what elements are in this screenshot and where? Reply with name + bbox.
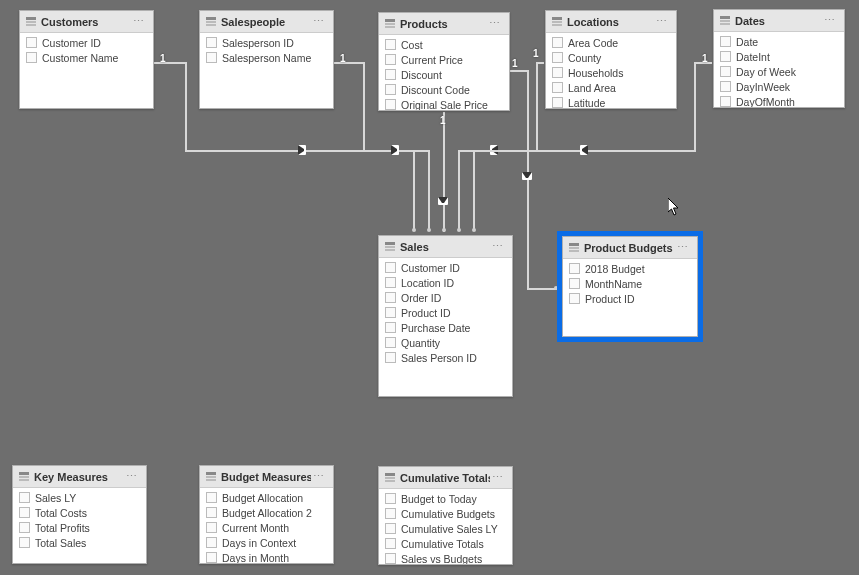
table-header[interactable]: Sales ⋯ <box>379 236 512 258</box>
table-header[interactable]: Product Budgets ⋯ <box>563 237 697 259</box>
table-product-budgets[interactable]: Product Budgets ⋯ 2018 Budget MonthName … <box>562 236 698 337</box>
model-canvas[interactable]: 1 1 1 1 1 1 Customers ⋯ <box>0 0 859 575</box>
field-row[interactable]: Date <box>714 34 844 49</box>
field-row[interactable]: DayOfMonth <box>714 94 844 107</box>
field-row[interactable]: Sales vs Budgets <box>379 551 512 564</box>
more-icon[interactable]: ⋯ <box>124 470 140 483</box>
field-row[interactable]: Budget Allocation 2 <box>200 505 333 520</box>
field-row[interactable]: Land Area <box>546 80 676 95</box>
table-dates[interactable]: Dates ⋯ Date DateInt Day of Week DayInWe… <box>713 9 845 108</box>
mouse-cursor <box>668 198 680 216</box>
field-row[interactable]: Households <box>546 65 676 80</box>
table-sales[interactable]: Sales ⋯ Customer ID Location ID Order ID… <box>378 235 513 397</box>
field-row[interactable]: Cumulative Budgets <box>379 506 512 521</box>
more-icon[interactable]: ⋯ <box>487 17 503 30</box>
field-icon <box>552 52 563 63</box>
field-icon <box>385 523 396 534</box>
field-label: Discount <box>401 69 442 81</box>
table-title: Product Budgets <box>584 242 675 254</box>
table-title: Sales <box>400 241 490 253</box>
field-row[interactable]: County <box>546 50 676 65</box>
table-header[interactable]: Dates ⋯ <box>714 10 844 32</box>
field-row[interactable]: Product ID <box>379 305 512 320</box>
field-row[interactable]: Location ID <box>379 275 512 290</box>
relationship-line <box>458 150 460 230</box>
field-row[interactable]: Sales LY <box>13 490 146 505</box>
field-row[interactable]: Day of Week <box>714 64 844 79</box>
table-header[interactable]: Cumulative Totals ⋯ <box>379 467 512 489</box>
field-row[interactable]: Quantity <box>379 335 512 350</box>
table-cumulative-totals[interactable]: Cumulative Totals ⋯ Budget to Today Cumu… <box>378 466 513 565</box>
table-icon <box>569 243 579 253</box>
field-row[interactable]: Total Costs <box>13 505 146 520</box>
field-row[interactable]: Budget to Today <box>379 491 512 506</box>
table-header[interactable]: Products ⋯ <box>379 13 509 35</box>
field-row[interactable]: 2018 Budget <box>563 261 697 276</box>
field-row[interactable]: DateInt <box>714 49 844 64</box>
svg-rect-29 <box>385 480 395 482</box>
svg-rect-16 <box>385 246 395 248</box>
field-icon <box>385 322 396 333</box>
table-customers[interactable]: Customers ⋯ Customer ID Customer Name <box>19 10 154 109</box>
table-header[interactable]: Locations ⋯ <box>546 11 676 33</box>
field-row[interactable]: Sales Person ID <box>379 350 512 365</box>
field-row[interactable]: Order ID <box>379 290 512 305</box>
field-row[interactable]: Cumulative Sales LY <box>379 521 512 536</box>
arrow-icon <box>438 197 448 205</box>
field-row[interactable]: Discount Code <box>379 82 509 97</box>
more-icon[interactable]: ⋯ <box>311 470 327 483</box>
field-row[interactable]: Total Profits <box>13 520 146 535</box>
field-label: Total Profits <box>35 522 90 534</box>
table-header[interactable]: Salespeople ⋯ <box>200 11 333 33</box>
field-label: Cumulative Sales LY <box>401 523 498 535</box>
table-products[interactable]: Products ⋯ Cost Current Price Discount D… <box>378 12 510 111</box>
field-row[interactable]: Days in Month <box>200 550 333 563</box>
field-row[interactable]: MonthName <box>563 276 697 291</box>
table-key-measures[interactable]: Key Measures ⋯ Sales LY Total Costs Tota… <box>12 465 147 564</box>
field-label: DayInWeek <box>736 81 790 93</box>
more-icon[interactable]: ⋯ <box>311 15 327 28</box>
more-icon[interactable]: ⋯ <box>822 14 838 27</box>
field-row[interactable]: Days in Context <box>200 535 333 550</box>
field-row[interactable]: Purchase Date <box>379 320 512 335</box>
table-budget-measures[interactable]: Budget Measures ⋯ Budget Allocation Budg… <box>199 465 334 564</box>
field-row[interactable]: Salesperson Name <box>200 50 333 65</box>
field-row[interactable]: Customer Name <box>20 50 153 65</box>
more-icon[interactable]: ⋯ <box>131 15 147 28</box>
more-icon[interactable]: ⋯ <box>654 15 670 28</box>
field-row[interactable]: Customer ID <box>20 35 153 50</box>
field-row[interactable]: Cumulative Totals <box>379 536 512 551</box>
field-row[interactable]: Salesperson ID <box>200 35 333 50</box>
field-row[interactable]: Product ID <box>563 291 697 306</box>
svg-rect-22 <box>19 476 29 478</box>
field-row[interactable]: Total Sales <box>13 535 146 550</box>
svg-rect-24 <box>206 472 216 475</box>
field-row[interactable]: Current Month <box>200 520 333 535</box>
field-row[interactable]: Customer ID <box>379 260 512 275</box>
more-icon[interactable]: ⋯ <box>490 471 506 484</box>
table-locations[interactable]: Locations ⋯ Area Code County Households … <box>545 10 677 109</box>
field-label: Land Area <box>568 82 616 94</box>
field-label: DayOfMonth <box>736 96 795 108</box>
field-label: Budget Allocation 2 <box>222 507 312 519</box>
field-row[interactable]: Cost <box>379 37 509 52</box>
field-row[interactable]: Area Code <box>546 35 676 50</box>
table-salespeople[interactable]: Salespeople ⋯ Salesperson ID Salesperson… <box>199 10 334 109</box>
field-row[interactable]: Latitude <box>546 95 676 108</box>
field-label: 2018 Budget <box>585 263 645 275</box>
field-icon <box>26 52 37 63</box>
field-icon <box>720 51 731 62</box>
table-header[interactable]: Budget Measures ⋯ <box>200 466 333 488</box>
field-row[interactable]: Budget Allocation <box>200 490 333 505</box>
table-header[interactable]: Key Measures ⋯ <box>13 466 146 488</box>
field-row[interactable]: Current Price <box>379 52 509 67</box>
field-row[interactable]: Discount <box>379 67 509 82</box>
field-label: MonthName <box>585 278 642 290</box>
cardinality-one: 1 <box>340 53 346 64</box>
more-icon[interactable]: ⋯ <box>675 241 691 254</box>
more-icon[interactable]: ⋯ <box>490 240 506 253</box>
field-row[interactable]: DayInWeek <box>714 79 844 94</box>
table-header[interactable]: Customers ⋯ <box>20 11 153 33</box>
field-row[interactable]: Original Sale Price <box>379 97 509 110</box>
field-label: Day of Week <box>736 66 796 78</box>
